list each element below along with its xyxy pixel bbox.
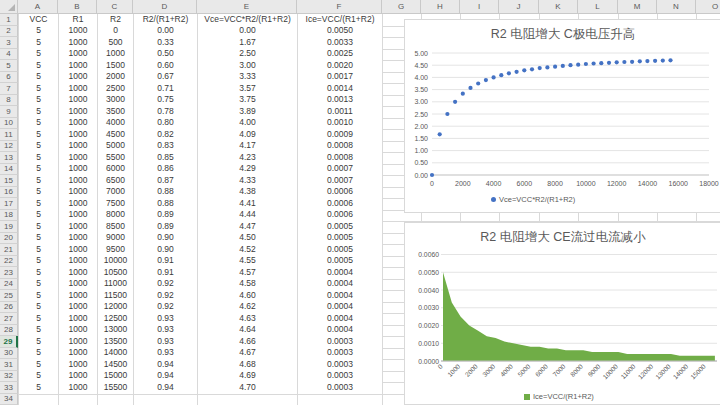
cell-C19[interactable]: 8500 [98,221,133,232]
cell-C21[interactable]: 9500 [98,244,133,255]
cell-B3[interactable]: 1000 [59,37,97,48]
cell-D9[interactable]: 0.78 [134,106,197,117]
column-header-C[interactable]: C [97,0,133,14]
cell-C8[interactable]: 3000 [98,95,133,106]
cell-A5[interactable]: 5 [19,60,58,71]
cell-A6[interactable]: 5 [19,72,58,83]
column-header-O[interactable]: O [696,0,720,14]
cell-D7[interactable]: 0.71 [134,83,197,94]
cell-F11[interactable]: 0.0009 [298,129,382,140]
row-header-33[interactable]: 33 [0,382,18,394]
cell-F9[interactable]: 0.0011 [298,106,382,117]
cell-B24[interactable]: 1000 [59,279,97,290]
cell-E27[interactable]: 4.63 [198,313,297,324]
cell-E22[interactable]: 4.55 [198,256,297,267]
cell-B25[interactable]: 1000 [59,290,97,301]
cell-C28[interactable]: 13000 [98,325,133,336]
cell-B30[interactable]: 1000 [59,348,97,359]
cell-B19[interactable]: 1000 [59,221,97,232]
cell-A28[interactable]: 5 [19,325,58,336]
cell-E14[interactable]: 4.29 [198,164,297,175]
cell-B14[interactable]: 1000 [59,164,97,175]
row-header-28[interactable]: 28 [0,325,18,337]
column-header-M[interactable]: M [618,0,657,14]
cell-F3[interactable]: 0.0033 [298,37,382,48]
row-header-9[interactable]: 9 [0,106,18,118]
cell-D19[interactable]: 0.89 [134,221,197,232]
row-header-25[interactable]: 25 [0,290,18,302]
cell-B22[interactable]: 1000 [59,256,97,267]
cell-F10[interactable]: 0.0010 [298,118,382,129]
cell-F20[interactable]: 0.0005 [298,233,382,244]
cell-F8[interactable]: 0.0013 [298,95,382,106]
cell-E30[interactable]: 4.67 [198,348,297,359]
cell-C3[interactable]: 500 [98,37,133,48]
cell-E1[interactable]: Vce=VCC*R2/(R1+R2) [198,14,297,25]
cell-C16[interactable]: 7000 [98,187,133,198]
cell-F16[interactable]: 0.0006 [298,187,382,198]
cell-D5[interactable]: 0.60 [134,60,197,71]
cell-C1[interactable]: R2 [98,14,133,25]
cell-B15[interactable]: 1000 [59,175,97,186]
cell-C23[interactable]: 10500 [98,267,133,278]
cell-E16[interactable]: 4.38 [198,187,297,198]
cell-E26[interactable]: 4.62 [198,302,297,313]
cell-B9[interactable]: 1000 [59,106,97,117]
row-header-3[interactable]: 3 [0,37,18,49]
column-header-L[interactable]: L [578,0,618,14]
cell-E6[interactable]: 3.33 [198,72,297,83]
cell-D14[interactable]: 0.86 [134,164,197,175]
cell-D3[interactable]: 0.33 [134,37,197,48]
cell-F32[interactable]: 0.0003 [298,371,382,382]
cell-E28[interactable]: 4.64 [198,325,297,336]
cell-B23[interactable]: 1000 [59,267,97,278]
cell-C6[interactable]: 2000 [98,72,133,83]
row-header-13[interactable]: 13 [0,152,18,164]
cell-B10[interactable]: 1000 [59,118,97,129]
cell-F27[interactable]: 0.0004 [298,313,382,324]
cell-D23[interactable]: 0.91 [134,267,197,278]
cell-C13[interactable]: 5500 [98,152,133,163]
cell-F31[interactable]: 0.0003 [298,359,382,370]
row-header-18[interactable]: 18 [0,210,18,222]
cell-C7[interactable]: 2500 [98,83,133,94]
cell-C30[interactable]: 14000 [98,348,133,359]
cell-D29[interactable]: 0.93 [134,336,197,347]
cell-F18[interactable]: 0.0006 [298,210,382,221]
cell-F2[interactable]: 0.0050 [298,26,382,37]
row-header-11[interactable]: 11 [0,129,18,141]
row-header-2[interactable]: 2 [0,26,18,38]
cell-E24[interactable]: 4.58 [198,279,297,290]
cell-E31[interactable]: 4.68 [198,359,297,370]
cell-F21[interactable]: 0.0005 [298,244,382,255]
column-header-E[interactable]: E [197,0,297,14]
cell-E15[interactable]: 4.33 [198,175,297,186]
cell-F19[interactable]: 0.0005 [298,221,382,232]
row-header-5[interactable]: 5 [0,60,18,72]
chart-ice-area[interactable]: R2 电阻增大 CE流过电流减小 0.00000.00100.00200.003… [404,222,720,405]
cell-D13[interactable]: 0.85 [134,152,197,163]
cell-D21[interactable]: 0.90 [134,244,197,255]
cell-B20[interactable]: 1000 [59,233,97,244]
cell-A2[interactable]: 5 [19,26,58,37]
cell-D16[interactable]: 0.88 [134,187,197,198]
cell-E21[interactable]: 4.52 [198,244,297,255]
cell-B11[interactable]: 1000 [59,129,97,140]
cell-E11[interactable]: 4.09 [198,129,297,140]
cell-F4[interactable]: 0.0025 [298,49,382,60]
cell-B1[interactable]: R1 [59,14,97,25]
cell-C18[interactable]: 8000 [98,210,133,221]
cell-A33[interactable]: 5 [19,382,58,393]
cell-B8[interactable]: 1000 [59,95,97,106]
column-header-A[interactable]: A [18,0,58,14]
row-header-10[interactable]: 10 [0,118,18,130]
cell-D15[interactable]: 0.87 [134,175,197,186]
cell-B5[interactable]: 1000 [59,60,97,71]
cell-F25[interactable]: 0.0004 [298,290,382,301]
cell-A7[interactable]: 5 [19,83,58,94]
cell-A1[interactable]: VCC [19,14,58,25]
cell-A10[interactable]: 5 [19,118,58,129]
cell-D10[interactable]: 0.80 [134,118,197,129]
cell-A8[interactable]: 5 [19,95,58,106]
cell-E18[interactable]: 4.44 [198,210,297,221]
